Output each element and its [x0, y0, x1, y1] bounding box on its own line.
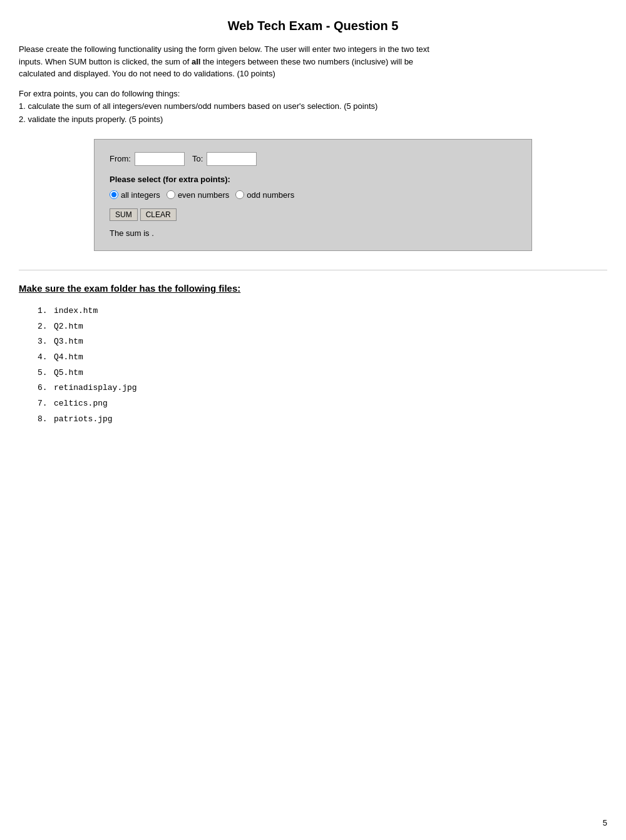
file-list: 1.index.htm2.Q2.htm3.Q3.htm4.Q4.htm5.Q5.…: [19, 304, 607, 428]
extra-points-section: For extra points, you can do following t…: [19, 88, 607, 126]
radio-odd-numbers-label[interactable]: odd numbers: [235, 190, 294, 200]
radio-even-numbers-label[interactable]: even numbers: [167, 190, 229, 200]
list-item: 7.celtics.png: [38, 396, 607, 412]
list-item: 3.Q3.htm: [38, 334, 607, 350]
result-row: The sum is .: [110, 228, 516, 238]
list-item: 6.retinadisplay.jpg: [38, 381, 607, 396]
file-number: 5.: [38, 366, 50, 381]
desc-text4: calculated and displayed. You do not nee…: [19, 69, 275, 78]
file-name: Q3.htm: [54, 334, 83, 350]
radio-all-integers[interactable]: [110, 190, 118, 199]
list-item: 2.Q2.htm: [38, 319, 607, 335]
form-container: From: To: Please select (for extra point…: [94, 139, 532, 251]
sum-button[interactable]: SUM: [110, 208, 138, 221]
radio-even-numbers[interactable]: [167, 190, 175, 199]
from-to-row: From: To:: [110, 152, 516, 166]
list-item: 4.Q4.htm: [38, 350, 607, 366]
file-number: 2.: [38, 319, 50, 335]
from-label: From:: [110, 154, 131, 163]
from-input[interactable]: [135, 152, 185, 166]
to-input[interactable]: [207, 152, 257, 166]
file-number: 3.: [38, 334, 50, 350]
file-number: 8.: [38, 412, 50, 428]
extra-title: For extra points, you can do following t…: [19, 88, 607, 101]
desc-bold: all: [192, 57, 200, 66]
divider: [19, 270, 607, 270]
button-row: SUM CLEAR: [110, 208, 516, 221]
extra-item1: 1. calculate the sum of all integers/eve…: [19, 100, 607, 113]
file-name: retinadisplay.jpg: [54, 381, 137, 396]
file-name: Q4.htm: [54, 350, 83, 366]
page-title: Web Tech Exam - Question 5: [19, 19, 607, 33]
description-paragraph: Please create the following functionalit…: [19, 43, 607, 80]
file-name: Q5.htm: [54, 366, 83, 381]
radio-odd-numbers-text: odd numbers: [247, 190, 294, 200]
radio-all-integers-text: all integers: [121, 190, 160, 200]
file-name: celtics.png: [54, 396, 108, 412]
page-number: 5: [603, 818, 607, 827]
file-number: 7.: [38, 396, 50, 412]
file-number: 6.: [38, 381, 50, 396]
section-title: Make sure the exam folder has the follow…: [19, 283, 607, 294]
desc-text3: the integers between these two numbers (…: [200, 57, 413, 66]
select-label: Please select (for extra points):: [110, 175, 516, 184]
file-name: Q2.htm: [54, 319, 83, 335]
radio-group: all integers even numbers odd numbers: [110, 190, 516, 200]
file-number: 1.: [38, 304, 50, 319]
clear-button[interactable]: CLEAR: [140, 208, 177, 221]
extra-item2: 2. validate the inputs properly. (5 poin…: [19, 113, 607, 126]
file-name: index.htm: [54, 304, 98, 319]
desc-text2: inputs. When SUM button is clicked, the …: [19, 57, 192, 66]
file-number: 4.: [38, 350, 50, 366]
radio-even-numbers-text: even numbers: [178, 190, 229, 200]
list-item: 5.Q5.htm: [38, 366, 607, 381]
result-text: The sum is .: [110, 228, 154, 238]
desc-text1: Please create the following functionalit…: [19, 44, 429, 54]
file-name: patriots.jpg: [54, 412, 113, 428]
to-label: To:: [192, 154, 203, 163]
radio-odd-numbers[interactable]: [235, 190, 244, 199]
radio-all-integers-label[interactable]: all integers: [110, 190, 160, 200]
list-item: 1.index.htm: [38, 304, 607, 319]
list-item: 8.patriots.jpg: [38, 412, 607, 428]
